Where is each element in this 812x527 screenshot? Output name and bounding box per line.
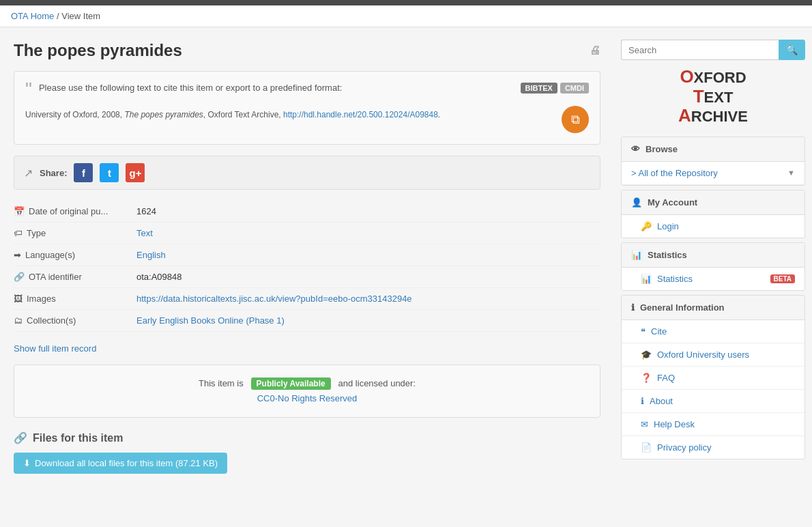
browse-label: Browse	[646, 144, 678, 154]
help-desk-label: Help Desk	[654, 419, 695, 429]
cite-text-block: " Please use the following text to cite …	[25, 83, 512, 99]
sidebar-item-statistics[interactable]: 📊 Statistics BETA	[622, 268, 804, 290]
google-share-button[interactable]: g+	[126, 163, 145, 182]
ota-icon: 🔗	[14, 272, 25, 282]
account-label: My Account	[648, 197, 697, 208]
logo-line-oxford: OXFORD	[621, 67, 805, 87]
browse-header[interactable]: 👁 Browse	[622, 137, 804, 162]
logo-o: O	[680, 66, 693, 87]
sidebar-item-privacy-policy[interactable]: 📄 Privacy policy	[622, 436, 804, 459]
search-button[interactable]: 🔍	[779, 40, 805, 60]
logo-rchive: RCHIVE	[691, 108, 748, 125]
calendar-icon: 📅	[14, 206, 25, 216]
copy-icon: ⧉	[571, 113, 580, 127]
download-icon: ⬇	[23, 458, 31, 468]
collection-icon: 🗂	[14, 315, 23, 326]
cite-header: " Please use the following text to cite …	[25, 83, 589, 99]
cmdi-badge[interactable]: CMDI	[560, 83, 589, 94]
collection-link[interactable]: Early English Books Online (Phase 1)	[136, 315, 285, 326]
share-icon-decorative: ↗	[24, 167, 33, 180]
sidebar-account-section: 👤 My Account 🔑 Login	[621, 190, 805, 238]
sidebar-item-faq[interactable]: ❓ FAQ	[622, 367, 804, 390]
sidebar-item-help-desk[interactable]: ✉ Help Desk	[622, 413, 804, 436]
page-title-row: The popes pyramides 🖨	[14, 41, 600, 60]
sidebar-item-login[interactable]: 🔑 Login	[622, 215, 804, 238]
cite-reference: University of Oxford, 2008, The popes py…	[25, 110, 440, 119]
copy-citation-button[interactable]: ⧉	[562, 106, 589, 133]
language-link[interactable]: English	[136, 250, 166, 260]
sidebar-item-about[interactable]: ℹ About	[622, 390, 804, 413]
sidebar-item-oxford-users[interactable]: 🎓 Oxford University users	[622, 343, 804, 367]
general-info-icon: ℹ	[631, 302, 635, 313]
oxford-users-label: Oxford University users	[657, 350, 749, 360]
share-bar: ↗ Share: f t g+	[14, 156, 600, 190]
metadata-row: 🖼 Images https://data.historicaltexts.ji…	[14, 288, 600, 310]
page-title: The popes pyramides	[14, 41, 182, 60]
logo-a: A	[678, 105, 691, 126]
metadata-row: 📅 Date of original pu... 1624	[14, 201, 600, 223]
metadata-value-language: English	[136, 250, 600, 260]
general-info-label: General Information	[640, 302, 725, 313]
about-icon: ℹ	[641, 396, 644, 406]
logo-xford: XFORD	[694, 69, 746, 86]
about-label: About	[650, 396, 673, 406]
privacy-policy-icon: 📄	[641, 442, 652, 453]
metadata-label-date: 📅 Date of original pu...	[14, 206, 136, 216]
metadata-value-images: https://data.historicaltexts.jisc.ac.uk/…	[136, 294, 600, 304]
login-icon: 🔑	[641, 221, 652, 231]
statistics-label: Statistics	[657, 274, 693, 284]
cite-ref-middle: , Oxford Text Archive,	[203, 110, 283, 119]
images-link[interactable]: https://data.historicaltexts.jisc.ac.uk/…	[136, 294, 412, 304]
public-availability-badge: Publicly Available	[251, 378, 331, 390]
bibtex-badge[interactable]: BIBTEX	[521, 83, 557, 94]
files-icon: 🔗	[14, 431, 27, 444]
sidebar-item-cite[interactable]: ❝ Cite	[622, 320, 804, 343]
cite-icon: ❝	[641, 326, 646, 337]
download-label: Download all local files for this item (…	[35, 458, 218, 468]
search-bar: 🔍	[621, 40, 805, 60]
metadata-value-ota: ota:A09848	[136, 272, 600, 282]
breadcrumb: OTA Home / View Item	[0, 5, 812, 27]
account-header[interactable]: 👤 My Account	[622, 190, 804, 215]
download-all-button[interactable]: ⬇ Download all local files for this item…	[14, 453, 227, 474]
sidebar-browse-section: 👁 Browse > All of the Repository ▼	[621, 137, 805, 186]
cite-ref-url[interactable]: http://hdl.handle.net/20.500.12024/A0984…	[283, 110, 438, 119]
main-content: The popes pyramides 🖨 " Please use the f…	[0, 27, 614, 487]
quote-icon: "	[25, 80, 32, 99]
files-section-title: 🔗 Files for this item	[14, 431, 600, 444]
faq-icon: ❓	[641, 373, 652, 383]
search-input[interactable]	[621, 40, 779, 60]
breadcrumb-home[interactable]: OTA Home	[11, 11, 54, 21]
images-icon: 🖼	[14, 294, 23, 304]
logo-line-text: TEXT	[621, 87, 805, 106]
logo-t: T	[693, 86, 704, 106]
dropdown-icon: ▼	[787, 169, 795, 177]
license-middle: and licensed under:	[338, 378, 416, 388]
metadata-value-date: 1624	[136, 206, 600, 216]
sidebar-item-all-repository[interactable]: > All of the Repository ▼	[622, 162, 804, 185]
files-section: 🔗 Files for this item ⬇ Download all loc…	[14, 431, 600, 474]
twitter-share-button[interactable]: t	[100, 163, 119, 182]
statistics-header-label: Statistics	[648, 250, 687, 260]
logo-ext: EXT	[704, 89, 734, 106]
metadata-value-type: Text	[136, 228, 600, 238]
print-icon[interactable]: 🖨	[590, 44, 600, 57]
metadata-row: 🗂 Collection(s) Early English Books Onli…	[14, 310, 600, 332]
statistics-header[interactable]: 📊 Statistics	[622, 243, 804, 268]
metadata-label-type: 🏷 Type	[14, 228, 136, 238]
metadata-row: 🔗 OTA identifier ota:A09848	[14, 266, 600, 288]
general-info-header[interactable]: ℹ General Information	[622, 296, 804, 320]
facebook-share-button[interactable]: f	[74, 163, 93, 182]
cite-label: Cite	[651, 326, 667, 337]
license-line1: This item is Publicly Available and lice…	[25, 376, 589, 391]
breadcrumb-current: View Item	[61, 11, 100, 21]
faq-label: FAQ	[657, 373, 675, 383]
beta-badge: BETA	[770, 274, 795, 283]
license-link[interactable]: CC0-No Rights Reserved	[25, 391, 589, 406]
show-full-record-link[interactable]: Show full item record	[14, 343, 96, 354]
statistics-header-icon: 📊	[631, 250, 642, 260]
ota-logo: OXFORD TEXT ARCHIVE	[621, 67, 805, 126]
type-link[interactable]: Text	[136, 228, 153, 238]
tag-icon: 🏷	[14, 228, 23, 238]
license-prefix: This item is	[199, 378, 244, 388]
